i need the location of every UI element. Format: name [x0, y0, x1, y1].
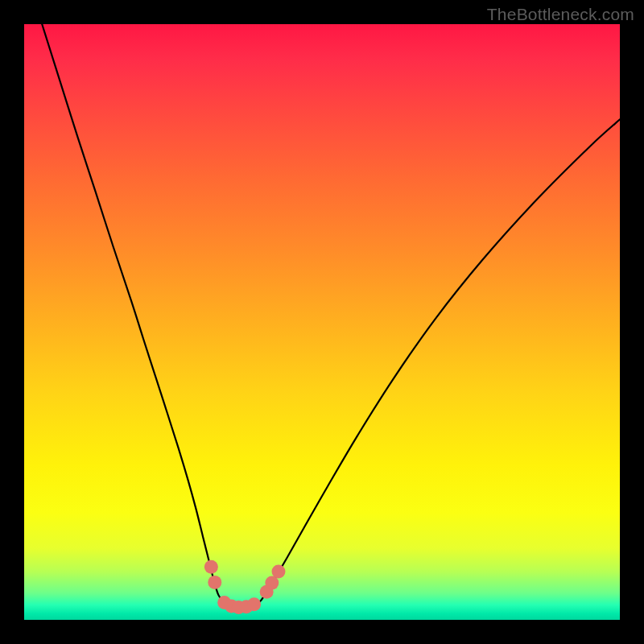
- chart-svg: [24, 24, 620, 620]
- data-marker: [204, 560, 218, 574]
- bottleneck-curve: [42, 24, 620, 608]
- plot-area: [24, 24, 620, 620]
- data-marker: [208, 576, 221, 589]
- curve-markers: [204, 560, 286, 614]
- outer-frame: TheBottleneck.com: [0, 0, 644, 644]
- watermark-text: TheBottleneck.com: [487, 5, 634, 24]
- data-marker: [247, 597, 261, 611]
- data-marker: [271, 565, 285, 579]
